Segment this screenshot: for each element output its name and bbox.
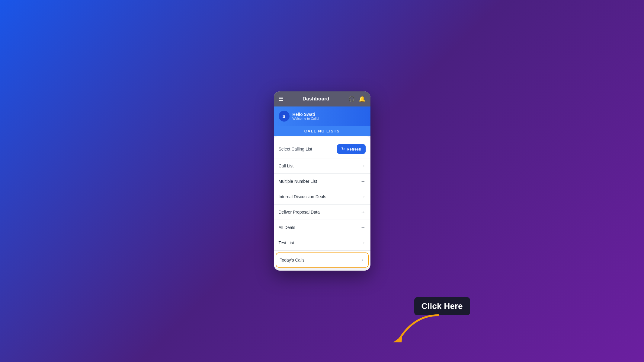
scene: ☰ Dashboard 🎧 🔔 S Hello Swati Welcome to… — [0, 0, 644, 362]
svg-marker-0 — [393, 336, 402, 342]
dashboard-icons: 🎧 🔔 — [348, 96, 365, 102]
select-calling-list-label: Select Calling List — [279, 147, 312, 151]
hello-text: Hello Swati Welcome to Callui — [293, 112, 319, 120]
list-item-label: Test List — [279, 240, 294, 245]
main-panel: Select Calling List ↻ Refresh Call List … — [274, 136, 370, 268]
calling-lists-header: CALLING LISTS — [274, 126, 370, 136]
list-item[interactable]: All Deals → — [274, 220, 370, 235]
refresh-button[interactable]: ↻ Refresh — [337, 144, 365, 154]
annotation-container: Click Here — [414, 297, 470, 315]
list-item[interactable]: Multiple Number List → — [274, 174, 370, 189]
arrow-right-icon: → — [361, 163, 366, 169]
calling-list-items: Call List → Multiple Number List → Inter… — [274, 158, 370, 268]
list-item[interactable]: Test List → — [274, 235, 370, 251]
arrow-right-icon: → — [361, 225, 366, 230]
select-refresh-row: Select Calling List ↻ Refresh — [274, 141, 370, 158]
arrow-right-icon: → — [361, 194, 366, 199]
list-item-label: Internal Discussion Deals — [279, 194, 326, 199]
arrow-right-icon: → — [360, 257, 364, 263]
menu-icon[interactable]: ☰ — [279, 96, 284, 102]
refresh-button-label: Refresh — [347, 147, 361, 151]
list-item[interactable]: Call List → — [274, 158, 370, 174]
list-item[interactable]: Today's Calls → — [276, 252, 369, 268]
arrow-annotation — [390, 312, 444, 348]
list-item-label: Multiple Number List — [279, 179, 317, 184]
dashboard-bar: ☰ Dashboard 🎧 🔔 — [274, 91, 370, 106]
arrow-right-icon: → — [361, 209, 366, 215]
list-item[interactable]: Deliver Proposal Data → — [274, 205, 370, 220]
dashboard-title: Dashboard — [303, 96, 329, 102]
list-item-label: All Deals — [279, 225, 295, 230]
arrow-right-icon: → — [361, 240, 366, 246]
headset-icon[interactable]: 🎧 — [348, 96, 355, 102]
welcome-text: Welcome to Callui — [293, 117, 319, 120]
refresh-icon: ↻ — [341, 147, 345, 151]
list-item-label: Deliver Proposal Data — [279, 210, 320, 214]
greeting-text: Hello Swati — [293, 112, 319, 117]
avatar: S — [279, 111, 290, 122]
hello-card: S Hello Swati Welcome to Callui — [274, 106, 370, 126]
bell-icon[interactable]: 🔔 — [359, 96, 365, 102]
list-item-label: Today's Calls — [280, 258, 305, 262]
list-item-label: Call List — [279, 164, 294, 168]
arrow-right-icon: → — [361, 179, 366, 184]
list-item[interactable]: Internal Discussion Deals → — [274, 189, 370, 205]
app-container: ☰ Dashboard 🎧 🔔 S Hello Swati Welcome to… — [274, 91, 370, 271]
